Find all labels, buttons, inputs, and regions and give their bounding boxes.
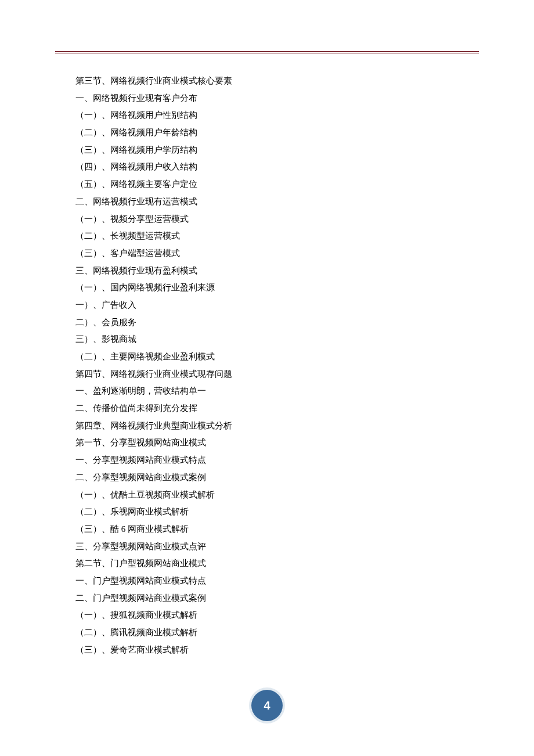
toc-line: 一、门户型视频网站商业模式特点 bbox=[75, 573, 479, 590]
toc-line: 三）、影视商城 bbox=[75, 331, 479, 348]
toc-line: 二）、会员服务 bbox=[75, 314, 479, 332]
toc-line: 三、分享型视频网站商业模式点评 bbox=[75, 538, 479, 556]
toc-line: （一）、国内网络视频行业盈利来源 bbox=[75, 279, 479, 297]
toc-line: （二）、腾讯视频商业模式解析 bbox=[75, 624, 479, 642]
toc-line: （二）、主要网络视频企业盈利模式 bbox=[75, 348, 479, 366]
page-number: 4 bbox=[264, 699, 270, 712]
toc-line: （三）、客户端型运营模式 bbox=[75, 245, 479, 262]
toc-line: 二、分享型视频网站商业模式案例 bbox=[75, 469, 479, 487]
toc-line: 二、网络视频行业现有运营模式 bbox=[75, 193, 479, 211]
header-divider bbox=[55, 51, 479, 53]
toc-line: 一、网络视频行业现有客户分布 bbox=[75, 90, 479, 107]
document-page: 第三节、网络视频行业商业模式核心要素 一、网络视频行业现有客户分布 （一）、网络… bbox=[0, 0, 534, 756]
toc-line: （一）、优酷土豆视频商业模式解析 bbox=[75, 487, 479, 504]
toc-line: （三）、酷 6 网商业模式解析 bbox=[75, 521, 479, 538]
toc-line: （一）、网络视频用户性别结构 bbox=[75, 107, 479, 124]
toc-line: （二）、网络视频用户年龄结构 bbox=[75, 124, 479, 142]
toc-line: 一、分享型视频网站商业模式特点 bbox=[75, 452, 479, 469]
toc-line: 第四章、网络视频行业典型商业模式分析 bbox=[75, 417, 479, 435]
toc-line: （四）、网络视频用户收入结构 bbox=[75, 159, 479, 176]
toc-line: （二）、长视频型运营模式 bbox=[75, 228, 479, 245]
toc-line: （一）、视频分享型运营模式 bbox=[75, 211, 479, 228]
toc-line: （一）、搜狐视频商业模式解析 bbox=[75, 607, 479, 624]
toc-line: 第二节、门户型视频网站商业模式 bbox=[75, 555, 479, 573]
toc-line: 三、网络视频行业现有盈利模式 bbox=[75, 262, 479, 280]
toc-line: 二、门户型视频网站商业模式案例 bbox=[75, 590, 479, 607]
toc-line: 第一节、分享型视频网站商业模式 bbox=[75, 434, 479, 452]
toc-line: （二）、乐视网商业模式解析 bbox=[75, 503, 479, 521]
toc-line: （三）、网络视频用户学历结构 bbox=[75, 142, 479, 159]
toc-line: 第三节、网络视频行业商业模式核心要素 bbox=[75, 73, 479, 90]
toc-line: （三）、爱奇艺商业模式解析 bbox=[75, 642, 479, 659]
toc-line: 二、传播价值尚未得到充分发挥 bbox=[75, 400, 479, 417]
toc-line: 一）、广告收入 bbox=[75, 297, 479, 314]
toc-line: （五）、网络视频主要客户定位 bbox=[75, 176, 479, 193]
toc-content: 第三节、网络视频行业商业模式核心要素 一、网络视频行业现有客户分布 （一）、网络… bbox=[55, 73, 479, 658]
page-number-badge: 4 bbox=[251, 690, 283, 721]
toc-line: 一、盈利逐渐明朗，营收结构单一 bbox=[75, 383, 479, 400]
toc-line: 第四节、网络视频行业商业模式现存问题 bbox=[75, 366, 479, 383]
